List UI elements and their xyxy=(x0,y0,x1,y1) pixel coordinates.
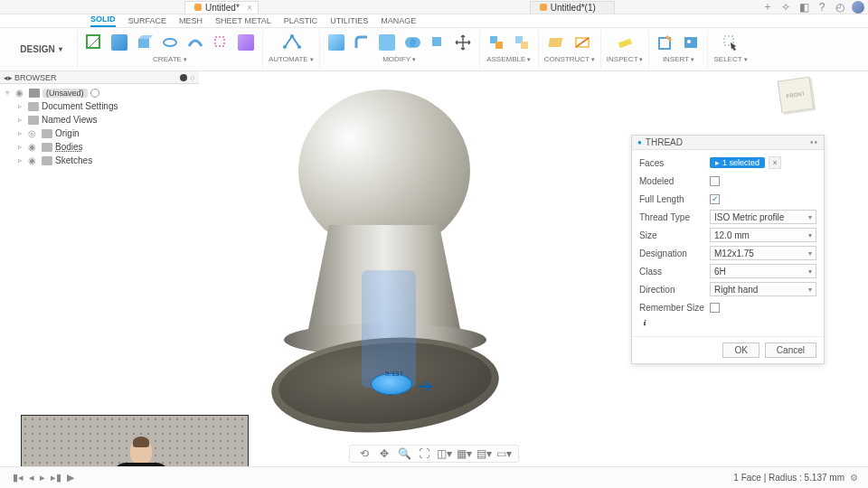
doc-tab-1-label: Untitled* xyxy=(205,3,240,13)
extensions-icon[interactable]: ◧ xyxy=(797,1,810,14)
new-tab-icon[interactable]: ＋ xyxy=(761,1,774,14)
select-icon[interactable] xyxy=(720,32,741,53)
group-insert-label[interactable]: INSERT xyxy=(663,55,694,63)
remember-size-checkbox[interactable] xyxy=(710,303,720,313)
box-icon[interactable] xyxy=(108,32,130,53)
info-icon[interactable]: 𝒊 xyxy=(639,317,650,328)
cancel-button[interactable]: Cancel xyxy=(765,343,816,358)
viewport-icon[interactable]: ▭▾ xyxy=(496,447,511,460)
viewcube[interactable]: FRONT xyxy=(779,79,819,118)
doc-tab-1[interactable]: Untitled* × xyxy=(184,1,259,14)
settings-gear-icon[interactable]: ⚙ xyxy=(850,473,861,483)
svg-rect-13 xyxy=(521,42,528,49)
browser-header[interactable]: ◂▸ BROWSER ○ xyxy=(0,71,199,84)
thread-size-select[interactable]: 12.0 mm xyxy=(710,228,816,242)
loft-icon[interactable] xyxy=(210,32,231,53)
new-sketch-icon[interactable] xyxy=(83,32,105,53)
group-assemble-label[interactable]: ASSEMBLE xyxy=(486,55,531,63)
tab-sheetmetal[interactable]: SHEET METAL xyxy=(215,16,271,27)
timeline-prev-icon[interactable]: ◂ xyxy=(29,472,34,483)
tab-mesh[interactable]: MESH xyxy=(179,16,203,27)
joint-icon[interactable] xyxy=(486,32,507,53)
shell-icon[interactable] xyxy=(376,32,398,53)
pan-icon[interactable]: ✥ xyxy=(377,447,392,460)
fillet-icon[interactable] xyxy=(351,32,373,53)
revolve-icon[interactable] xyxy=(159,32,181,53)
group-create-label[interactable]: CREATE xyxy=(153,55,187,63)
tree-origin[interactable]: ▹◎Origin xyxy=(5,127,199,140)
measure-icon[interactable] xyxy=(614,32,636,53)
ok-button[interactable]: OK xyxy=(722,343,759,358)
group-automate-label[interactable]: AUTOMATE xyxy=(269,55,314,63)
thread-type-select[interactable]: ISO Metric profile xyxy=(710,210,816,224)
tab-manage[interactable]: MANAGE xyxy=(381,16,416,27)
insert-derive-icon[interactable] xyxy=(655,32,676,53)
notify-icon[interactable]: ✧ xyxy=(779,1,792,14)
tree-doc-settings[interactable]: ▹Document Settings xyxy=(5,99,199,113)
grid-icon[interactable]: ▤▾ xyxy=(476,447,491,460)
thread-class-select[interactable]: 6H xyxy=(710,264,816,278)
tab-surface[interactable]: SURFACE xyxy=(128,16,167,27)
combine-icon[interactable] xyxy=(401,32,423,53)
move-icon[interactable] xyxy=(452,32,474,53)
status-bar: ▮◂ ◂ ▸ ▸▮ ▶ 1 Face | Radius : 5.137 mm ⚙ xyxy=(0,466,868,488)
faces-selection-chip[interactable]: ▸ 1 selected xyxy=(710,157,765,168)
axis-icon[interactable] xyxy=(571,32,593,53)
close-icon[interactable]: × xyxy=(247,3,252,13)
emboss-icon[interactable] xyxy=(235,32,257,53)
pin-icon[interactable] xyxy=(180,74,187,81)
browser-tree: ▿◉ (Unsaved) ▹Document Settings ▹Named V… xyxy=(0,84,199,167)
clock-icon[interactable]: ◴ xyxy=(834,1,846,14)
modeled-checkbox[interactable] xyxy=(710,176,720,186)
group-construct-label[interactable]: CONSTRUCT xyxy=(544,55,595,63)
tree-named-views[interactable]: ▹Named Views xyxy=(5,113,199,127)
timeline-end-icon[interactable]: ▸▮ xyxy=(51,472,61,483)
gear-icon[interactable] xyxy=(90,89,99,98)
workspace-selector[interactable]: DESIGN xyxy=(5,30,78,69)
svg-rect-9 xyxy=(432,37,441,46)
svg-rect-19 xyxy=(684,37,697,48)
svg-point-5 xyxy=(297,45,301,49)
extrude-icon[interactable] xyxy=(134,32,156,53)
tree-sketches[interactable]: ▹◉Sketches xyxy=(5,154,199,167)
zoom-icon[interactable]: 🔍 xyxy=(397,447,411,460)
direction-arrow-icon[interactable]: ➔ xyxy=(418,375,433,397)
plane-icon[interactable] xyxy=(546,32,568,53)
full-length-checkbox[interactable]: ✓ xyxy=(710,194,720,204)
svg-rect-11 xyxy=(495,42,503,49)
thread-dialog-header[interactable]: ●THREAD•• xyxy=(632,136,824,150)
help-icon[interactable]: ? xyxy=(816,1,828,14)
timeline-next-icon[interactable]: ▸ xyxy=(40,472,45,483)
timeline-play-icon[interactable]: ▶ xyxy=(67,472,74,483)
look-at-icon[interactable]: ◫▾ xyxy=(437,447,451,460)
automate-icon[interactable] xyxy=(280,32,302,53)
as-built-joint-icon[interactable] xyxy=(511,32,533,53)
svg-point-6 xyxy=(290,34,294,38)
thread-designation-select[interactable]: M12x1.75 xyxy=(710,246,816,260)
draft-icon[interactable] xyxy=(427,32,448,53)
tab-solid[interactable]: SOLID xyxy=(90,14,116,27)
press-pull-icon[interactable] xyxy=(326,32,347,53)
group-select-label[interactable]: SELECT xyxy=(713,55,747,63)
viewport[interactable]: ◂▸ BROWSER ○ ▿◉ (Unsaved) ▹Document Sett… xyxy=(0,71,868,466)
tab-plastic[interactable]: PLASTIC xyxy=(284,16,318,27)
tree-bodies[interactable]: ▹◉Bodies xyxy=(5,140,199,154)
fit-icon[interactable]: ⛶ xyxy=(417,447,431,460)
timeline-start-icon[interactable]: ▮◂ xyxy=(13,472,24,483)
nav-bar: ⟲ ✥ 🔍 ⛶ ◫▾ ▦▾ ▤▾ ▭▾ xyxy=(349,445,519,463)
orbit-icon[interactable]: ⟲ xyxy=(357,447,372,460)
thread-direction-select[interactable]: Right hand xyxy=(710,282,816,296)
display-icon[interactable]: ▦▾ xyxy=(457,447,471,460)
ribbon: DESIGN CREATE AUTOMATE MODIFY xyxy=(0,28,868,71)
group-inspect-label[interactable]: INSPECT xyxy=(607,55,644,63)
group-modify-label[interactable]: MODIFY xyxy=(382,55,416,63)
sweep-icon[interactable] xyxy=(184,32,206,53)
clear-selection-icon[interactable]: × xyxy=(769,156,781,169)
user-avatar[interactable] xyxy=(852,1,864,14)
ribbon-tabs: SOLID SURFACE MESH SHEET METAL PLASTIC U… xyxy=(0,14,868,28)
tree-root[interactable]: ▿◉ (Unsaved) xyxy=(5,86,199,99)
tab-utilities[interactable]: UTILITIES xyxy=(330,16,368,27)
insert-decal-icon[interactable] xyxy=(680,32,702,53)
doc-tab-2[interactable]: Untitled*(1) xyxy=(530,1,615,14)
3d-model[interactable]: 5.137 ➔ xyxy=(262,80,515,442)
